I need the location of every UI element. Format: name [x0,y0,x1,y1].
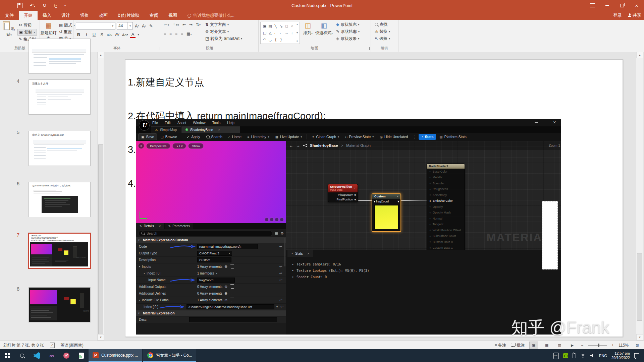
decrease-font-icon[interactable]: A˅ [141,23,147,29]
volume-icon[interactable] [590,354,595,358]
font-color-button[interactable]: A [130,32,136,38]
ue-menu-asset[interactable]: Asset [177,121,186,125]
forward-icon[interactable]: → [296,143,300,148]
shape-icon[interactable]: □ [284,23,289,29]
details-value-field[interactable]: Custom [197,257,231,262]
input-pin[interactable]: ● [374,200,375,203]
reset-to-default-icon[interactable]: ↩ [278,305,286,309]
shapes-gallery[interactable]: ▣▤╲↘□○▢△⌐⌐→↓◠◡{} ▲▼⇟ [260,22,300,44]
strikethrough-button[interactable]: abc [107,32,112,38]
material-input-pin[interactable]: ○Opacity Mask [427,210,465,216]
platform-stats-button[interactable]: ▥Platform Stats [437,134,469,140]
zoom-percent[interactable]: 115% [619,343,629,348]
shadow-button[interactable]: S [99,32,105,38]
align-text-button[interactable]: ⊜对齐文本▾ [204,28,244,35]
restore-button[interactable] [614,0,629,11]
material-input-pin[interactable]: ○Anisotropy [427,192,465,198]
clock[interactable]: 12:57 pm 29/10/2022 [611,351,630,360]
taskbar-search-icon[interactable] [15,349,30,362]
paragraph-dialog-launcher-icon[interactable] [254,47,257,50]
details-value-field[interactable] [189,317,277,322]
details-value-field[interactable]: fragCoord [197,278,235,283]
ue-menu-window[interactable]: Window [193,121,205,125]
shape-icon[interactable]: △ [267,29,273,36]
material-input-pin[interactable]: ○Custom Data 0 [427,239,465,245]
normal-view-icon[interactable]: ▣ [529,342,538,349]
perspective-button[interactable]: Perspective [146,143,170,149]
shape-icon[interactable]: ↓ [289,29,295,36]
material-input-pin[interactable]: ○Base Color [427,169,465,175]
cut-button[interactable]: ✂剪切 [17,22,37,28]
output-pin[interactable]: ● [354,193,356,196]
increase-font-icon[interactable]: A˄ [134,23,140,29]
bullets-icon[interactable]: ≔▾ [164,22,169,27]
visual-studio-icon[interactable]: ∞ [44,349,59,362]
ue-close-icon[interactable]: ✕ [553,121,556,124]
replace-button[interactable]: ab替换▾ [373,28,391,35]
reset-to-default-icon[interactable]: ↩ [276,278,286,282]
details-value-field[interactable]: return mainImage(fragCoord); [197,244,258,249]
thumbnail-slide-5[interactable]: 命名为 ShadertoyBase.usf [29,131,91,166]
ribbon-tab-审阅[interactable]: 审阅 [145,11,163,20]
show-button[interactable]: Show [188,143,204,149]
thumbnail-slide-4[interactable]: 新建文本文件 [29,79,91,115]
minimize-button[interactable] [600,0,614,11]
ribbon-tab-文件[interactable]: 文件 [0,11,19,20]
delete-elements-icon[interactable] [231,299,234,302]
back-icon[interactable]: ← [289,143,293,148]
shape-icon[interactable]: ▤ [267,23,273,29]
node-custom[interactable]: Custom ˄ ● fragCoord ● [372,193,401,232]
shape-fill-button[interactable]: ◆形状填充▾ [335,21,361,27]
viewport-corner-icon[interactable] [275,218,279,222]
shape-icon[interactable]: ⌐ [278,29,284,36]
hide-unrelated-button[interactable]: ◎Hide Unrelated [377,134,411,140]
ribbon-tab-动画[interactable]: 动画 [94,11,113,20]
clear-format-icon[interactable]: ✎ [148,23,154,29]
font-size-combo[interactable]: 44▾ [117,22,133,29]
font-name-combo[interactable]: ▾ [76,22,115,29]
start-button[interactable] [0,349,15,362]
shape-outline-button[interactable]: ✎形状轮廓▾ [335,28,361,35]
ribbon-tab-切换[interactable]: 切换 [75,11,94,20]
align-left-icon[interactable]: ≡ [164,32,166,36]
ue-menu-file[interactable]: File [152,121,158,125]
material-input-pin[interactable]: ○Specular [427,180,465,186]
thumbnail-slide-3[interactable] [29,39,91,74]
scroll-down-icon[interactable]: ▼ [636,334,643,341]
details-section-header[interactable]: ▾Material Expression Custom [136,237,286,243]
tab-shadertoybase[interactable]: ShadertoyBase ✕ [181,126,240,133]
decrease-indent-icon[interactable]: ⇤ [182,22,186,27]
material-input-pin[interactable]: ○Normal [427,216,465,222]
viewport-corner-icon[interactable] [280,218,284,222]
spell-check-icon[interactable]: ✓ [50,343,55,348]
ue-menu-tools[interactable]: Tools [212,121,221,125]
copy-button[interactable]: ▣复制▾ [17,29,37,36]
ribbon-display-options-icon[interactable] [585,0,600,11]
preview-state-button[interactable]: ∷Preview State▾ [342,134,376,140]
ribbon-tab-视图[interactable]: 视图 [163,11,182,20]
material-input-pin[interactable]: ○Roughness [427,186,465,192]
zoom-out-icon[interactable]: − [581,343,583,348]
taskbar-chrome-window[interactable]: 写文章 - 知乎 - Go... [143,349,196,362]
close-details-icon[interactable]: ✕ [158,225,161,228]
node-radashader2[interactable]: RadaShader2 ○Base Color○Metallic○Specula… [427,164,465,253]
delete-elements-icon[interactable] [231,285,234,289]
shape-icon[interactable]: ○ [289,23,295,29]
taskbar-powerpoint-window[interactable]: P CustomNode.pptx ... [89,349,142,362]
slide-sorter-icon[interactable]: ▦ [543,342,551,349]
shape-icon[interactable]: ◠ [262,36,267,43]
underline-button[interactable]: U [91,32,97,38]
arrange-button[interactable]: ◫ 排列▾ [301,21,315,36]
shape-icon[interactable]: } [278,36,284,43]
ribbon-tab-幻灯片放映[interactable]: 幻灯片放映 [113,11,145,20]
close-stats-icon[interactable]: ✕ [307,252,310,255]
tab-details[interactable]: ✎ Details ✕ [136,223,164,229]
add-element-icon[interactable]: ⊕ [224,285,227,289]
material-preview-viewport[interactable]: ≡ Perspective ◑Lit Show [136,141,286,223]
node-screenposition[interactable]: ScreenPosition Input Data ⌄ ViewportUV● … [328,184,358,202]
quick-styles-button[interactable]: ◧ 快速样式▾ [315,21,333,36]
paste-button[interactable]: 粘贴▾ [1,21,17,38]
tell-me-box[interactable]: 告诉我您想要做什么... [182,11,234,20]
toolbar-overflow-icon[interactable]: ⋮ [411,135,418,139]
action-center-icon[interactable] [634,353,639,358]
